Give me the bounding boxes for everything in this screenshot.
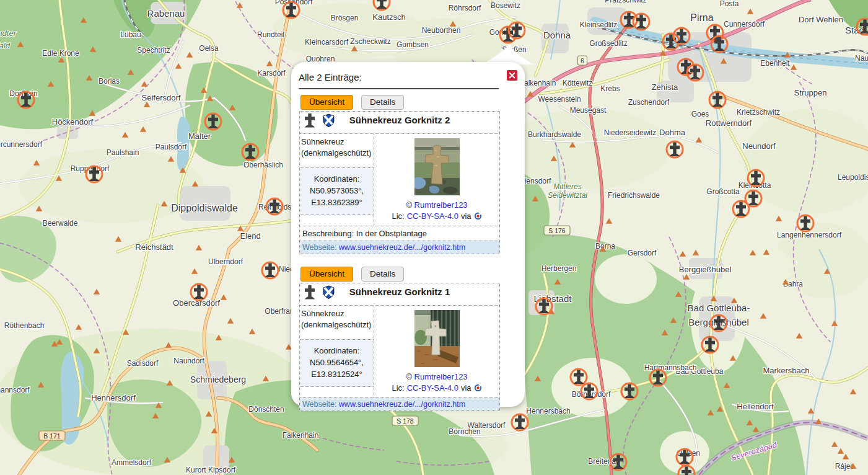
- close-button[interactable]: [507, 70, 517, 81]
- heritage-shield-icon: [323, 285, 335, 301]
- stone-cross-icon: [304, 285, 316, 302]
- map-label: Sadisdorf: [127, 359, 159, 368]
- close-icon: [509, 72, 515, 79]
- entry-gorknitz-1: Übersicht Details Sühnekreuz Gorknitz 1 …: [299, 267, 517, 411]
- svg-text:6: 6: [581, 57, 584, 64]
- tab-details[interactable]: Details: [361, 267, 404, 282]
- map-label: Ammelsdorf: [112, 458, 152, 467]
- map-label: Bosewitz: [491, 1, 520, 10]
- map-label: Reichstädt: [135, 242, 173, 252]
- map-label: Großcotta: [706, 187, 740, 196]
- entry-tabs: Übersicht Details: [300, 95, 517, 110]
- map-label: Markersbach: [763, 366, 809, 375]
- map-label: Meusegast: [570, 106, 607, 115]
- map-label: Struppen: [794, 88, 827, 97]
- license-link[interactable]: CC-BY-SA-4.0: [407, 383, 458, 393]
- map-label: Dippoldiswalde: [171, 203, 238, 213]
- map-label: Paulsdorf: [156, 143, 187, 151]
- svg-text:B 171: B 171: [43, 432, 61, 440]
- map-label: Spechtritz: [137, 46, 170, 55]
- map-popup: Alle 2 Einträge: Übersicht Details Sühne…: [291, 62, 525, 407]
- map-label: Dohna: [543, 30, 571, 40]
- map-label: Röhrsdorf: [449, 4, 481, 12]
- map-label: Niederseidewitz: [604, 128, 657, 137]
- tab-uebersicht[interactable]: Übersicht: [300, 267, 353, 282]
- map-label: Dönschten: [248, 405, 284, 414]
- tab-uebersicht[interactable]: Übersicht: [300, 95, 353, 110]
- license-link[interactable]: CC-BY-SA-4.0: [407, 211, 458, 221]
- photo-credit: © Rumtreiber123: [374, 372, 499, 381]
- map-label: Borlas: [99, 77, 120, 86]
- coordinates-lon: E13.8312524°: [301, 369, 372, 381]
- map-label: Köttewitz: [563, 79, 593, 87]
- map-label: Langenhennersdorf: [777, 231, 842, 239]
- map-label: Lübau: [120, 30, 141, 39]
- road-badge: B 171: [39, 431, 65, 440]
- map-label: Rottwerndorf: [706, 118, 752, 128]
- map-label: Mittleres: [553, 182, 581, 191]
- map-label: Gombsen: [397, 40, 429, 49]
- website-row: Webseite: www.suehnekreuz.de/.../gorknit…: [300, 397, 499, 411]
- map-label: Börnchen: [449, 427, 480, 436]
- map-label: Krebs: [600, 84, 620, 93]
- website-label: Webseite:: [302, 243, 336, 252]
- website-row: Webseite: www.suehnekreuz.de/.../gorknit…: [300, 241, 499, 254]
- map-label: Falkenhain: [520, 79, 556, 87]
- map-label: Zehista: [652, 82, 678, 92]
- credit-link[interactable]: Rumtreiber123: [414, 372, 468, 381]
- object-type: Sühnekreuz (denkmalgeschützt): [300, 134, 374, 168]
- map-label: Ebenheit: [760, 59, 790, 68]
- map-label: Kleinsedlitz: [580, 20, 618, 29]
- coordinates-label: Koordinaten:: [301, 174, 372, 185]
- entry-card: Sühnekreuz Gorknitz 1 Sühnekreuz (denkma…: [299, 283, 500, 411]
- wikimedia-commons-icon[interactable]: [474, 384, 482, 392]
- popup-title: Alle 2 Einträge:: [299, 70, 362, 82]
- coordinates-label: Koordinaten:: [301, 345, 372, 357]
- map-label: Posta: [720, 0, 739, 8]
- map-label: Zuschendorf: [628, 98, 670, 107]
- entry-title: Sühnekreuz Gorknitz 1: [349, 286, 450, 297]
- credit-link[interactable]: Rumtreiber123: [414, 200, 468, 210]
- photo-suehnekreuz-2[interactable]: [414, 138, 460, 195]
- map-label: Naundorf: [855, 54, 868, 63]
- map-label: Seidewitztal: [548, 191, 587, 200]
- map-label: Neuborthen: [422, 26, 461, 35]
- website-link[interactable]: www.suehnekreuz.de/.../gorknitz.htm: [339, 400, 465, 409]
- map-label: Hartmannsbach: [644, 363, 697, 372]
- map-label: Falkenhain: [283, 431, 319, 440]
- map-label: Hellendorf: [737, 402, 774, 411]
- map-label: Kautzsch: [372, 12, 405, 22]
- map-label: Großsedlitz: [589, 39, 627, 48]
- map-label: Hennersdorf: [91, 393, 136, 402]
- license-via: via: [461, 211, 471, 221]
- copyright-symbol: ©: [406, 200, 412, 210]
- map-label: Goes: [691, 110, 709, 118]
- map-label: Leupoldishain: [838, 173, 868, 182]
- svg-text:S 178: S 178: [397, 417, 414, 425]
- tab-details[interactable]: Details: [361, 95, 404, 110]
- map-label: Pratzschwitz: [605, 0, 646, 4]
- map-label: Beerwalde: [43, 219, 78, 228]
- coordinates-lat: N50.9564654°,: [301, 357, 372, 369]
- empty-cell: [300, 387, 374, 397]
- road-badge: S 176: [544, 226, 570, 235]
- map-label: Seifersdorf: [142, 93, 181, 102]
- map-label: Naundorf: [173, 357, 204, 365]
- website-link[interactable]: www.suehnekreuz.de/.../gorknitz.htm: [339, 243, 465, 252]
- map-label: Oelsa: [199, 44, 219, 53]
- map-label: Elend: [240, 231, 260, 241]
- coordinates-lon: E13.8362389°: [301, 197, 372, 209]
- stone-cross-icon: [304, 113, 316, 130]
- wikimedia-commons-icon[interactable]: [474, 212, 482, 220]
- map-label: Bad Gottleuba-: [688, 303, 750, 313]
- map-label: Borna: [595, 242, 615, 251]
- map-label: Weesenstein: [538, 95, 581, 104]
- map-label: Brösgen: [331, 14, 359, 22]
- map-label: Pirna: [690, 12, 713, 23]
- map-label: Rájec: [835, 462, 854, 471]
- photo-suehnekreuz-1[interactable]: [414, 310, 460, 367]
- description-row: Beschreibung: In der Obstplantage: [300, 226, 499, 241]
- copyright-symbol: ©: [406, 372, 412, 381]
- entry-card: Sühnekreuz Gorknitz 2 Sühnekreuz (denkma…: [299, 111, 500, 254]
- map-label: Rundteil: [257, 30, 284, 39]
